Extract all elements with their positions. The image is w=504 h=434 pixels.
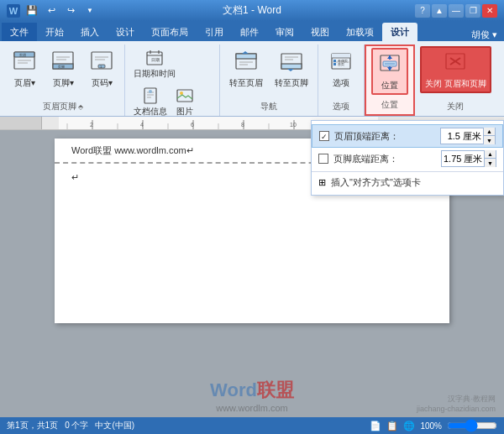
tab-design-hf[interactable]: 设计: [382, 23, 417, 41]
group-pos-label: 位置: [371, 99, 408, 112]
svg-marker-37: [287, 69, 294, 71]
view-mode-print[interactable]: 📋: [386, 421, 398, 431]
group-hf-content: 页眉 页眉▾ 页脚 页脚▾: [7, 44, 119, 101]
group-nav-content: 转至页眉 转至页脚: [225, 44, 312, 101]
header-distance-spinbox[interactable]: ▲ ▼: [440, 128, 496, 144]
popup-divider: [312, 171, 503, 172]
popup-header-distance-row[interactable]: 页眉顶端距离： ▲ ▼: [312, 124, 503, 148]
options-btn[interactable]: 奇偶页 首页 选项: [323, 46, 359, 92]
group-header-footer: 页眉 页眉▾ 页脚 页脚▾: [2, 44, 125, 116]
page-number-icon: 1: [88, 49, 115, 76]
popup-alignment-label: 插入"对齐方式"选项卡: [331, 176, 496, 189]
footer-distance-spinbtns: ▲ ▼: [484, 150, 496, 167]
svg-text:日期: 日期: [151, 57, 160, 62]
svg-rect-29: [236, 54, 256, 59]
page-number-btn-label: 页码▾: [92, 77, 113, 89]
status-right-area: 📄 📋 🌐 100%: [370, 421, 497, 431]
status-bar: 第1页，共1页 0 个字 中文(中国) 📄 📋 🌐 100%: [0, 417, 504, 434]
picture-icon: [176, 86, 194, 105]
quick-access-toolbar: 💾 ↩ ↪ ▼: [24, 3, 98, 18]
zoom-slider[interactable]: [447, 421, 497, 430]
tab-insert[interactable]: 插入: [72, 23, 108, 41]
svg-text:10: 10: [290, 122, 297, 128]
goto-header-btn[interactable]: 转至页眉: [225, 46, 267, 92]
group-close-label: 关闭: [420, 101, 491, 114]
header-btn[interactable]: 页眉 页眉▾: [7, 46, 42, 92]
view-mode-web[interactable]: 🌐: [403, 421, 415, 431]
title-bar-left: W 💾 ↩ ↪ ▼: [7, 3, 98, 18]
minimize-btn[interactable]: —: [449, 4, 464, 18]
tab-addins[interactable]: 加载项: [338, 23, 382, 41]
header-text: Word联盟 www.wordlm.com↵: [71, 144, 194, 157]
group-insert: 日期 日期和时间 文档信息: [125, 44, 220, 116]
restore-btn[interactable]: ❐: [465, 4, 480, 18]
svg-rect-34: [281, 64, 302, 69]
tab-start[interactable]: 开始: [37, 23, 72, 41]
footer-icon-ribbon: 页脚: [50, 49, 76, 76]
close-hf-icon: [442, 50, 469, 76]
svg-rect-44: [333, 63, 336, 65]
header-distance-input[interactable]: [441, 128, 483, 144]
group-pos-content: 位置: [371, 46, 408, 99]
tab-design[interactable]: 设计: [108, 23, 143, 41]
picture-label: 图片: [176, 106, 193, 118]
datetime-icon: 日期: [145, 49, 164, 67]
picture-btn[interactable]: 图片: [172, 84, 197, 120]
undo-quick-btn[interactable]: ↩: [43, 3, 60, 18]
ribbon-toggle-btn[interactable]: ▲: [432, 4, 447, 18]
header-icon: 页眉: [11, 49, 38, 76]
popup-header-label: 页眉顶端距离：: [334, 130, 435, 143]
tab-view[interactable]: 视图: [302, 23, 338, 41]
title-bar-controls: ? ▲ — ❐ ✕: [415, 4, 497, 18]
svg-point-24: [149, 90, 152, 93]
group-hf-label: 页眉页脚 ⬘: [7, 101, 119, 114]
footer-btn[interactable]: 页脚 页脚▾: [45, 46, 81, 92]
popup-footer-distance-row[interactable]: 页脚底端距离： ▲ ▼: [312, 148, 503, 170]
footer-distance-input[interactable]: [442, 151, 484, 166]
tab-references[interactable]: 引用: [197, 23, 232, 41]
goto-footer-btn[interactable]: 转至页脚: [270, 46, 312, 92]
close-hf-btn[interactable]: 关闭 页眉和页脚: [420, 46, 491, 93]
svg-rect-25: [177, 90, 192, 102]
position-btn[interactable]: 位置: [371, 48, 408, 95]
popup-alignment-row[interactable]: ⊞ 插入"对齐方式"选项卡: [312, 174, 503, 191]
ruler-left-margin: [0, 117, 42, 130]
close-btn[interactable]: ✕: [482, 4, 497, 18]
user-display: 胡俊 ▾: [465, 29, 504, 41]
datetime-btn[interactable]: 日期 日期和时间: [130, 46, 179, 82]
save-quick-btn[interactable]: 💾: [24, 3, 40, 18]
footer-distance-down[interactable]: ▼: [485, 159, 496, 167]
popup-header-checkbox: [319, 131, 329, 141]
tab-mail[interactable]: 邮件: [232, 23, 267, 41]
svg-text:页眉: 页眉: [19, 53, 26, 57]
tab-page-layout[interactable]: 页面布局: [143, 23, 197, 41]
tab-file[interactable]: 文件: [2, 23, 37, 41]
group-hf-expand[interactable]: ⬘: [78, 103, 83, 111]
docinfo-btn[interactable]: 文档信息: [130, 84, 171, 120]
header-distance-spinbtns: ▲ ▼: [483, 128, 495, 144]
ribbon-area: 页眉 页眉▾ 页脚 页脚▾: [0, 41, 504, 117]
header-btn-label: 页眉▾: [14, 77, 35, 89]
position-popup: 页眉顶端距离： ▲ ▼ 页脚底端距离： ▲ ▼ ⊞ 插入: [311, 120, 504, 196]
ribbon-tab-bar: 文件 开始 插入 设计 页面布局 引用 邮件 审阅 视图 加载项 设计 胡俊 ▾: [0, 21, 504, 41]
goto-footer-icon: [278, 49, 305, 76]
svg-text:首页: 首页: [338, 62, 344, 66]
datetime-label: 日期和时间: [134, 68, 176, 80]
svg-text:8: 8: [241, 122, 244, 128]
page-number-btn[interactable]: 1 页码▾: [84, 46, 119, 92]
goto-header-icon: [233, 49, 260, 76]
redo-quick-btn[interactable]: ↪: [62, 3, 79, 18]
position-btn-label: 位置: [381, 80, 398, 92]
goto-header-label: 转至页眉: [229, 77, 263, 89]
group-options-label: 选项: [323, 101, 359, 114]
help-btn[interactable]: ?: [415, 4, 430, 18]
header-distance-up[interactable]: ▲: [484, 128, 495, 136]
view-mode-read[interactable]: 📄: [370, 421, 381, 431]
footer-distance-spinbox[interactable]: ▲ ▼: [441, 150, 496, 167]
header-distance-down[interactable]: ▼: [484, 136, 495, 144]
zoom-level: 100%: [420, 421, 442, 431]
footer-distance-up[interactable]: ▲: [485, 150, 496, 159]
customize-quick-btn[interactable]: ▼: [81, 3, 98, 18]
popup-footer-checkbox: [318, 154, 328, 164]
tab-review[interactable]: 审阅: [267, 23, 302, 41]
